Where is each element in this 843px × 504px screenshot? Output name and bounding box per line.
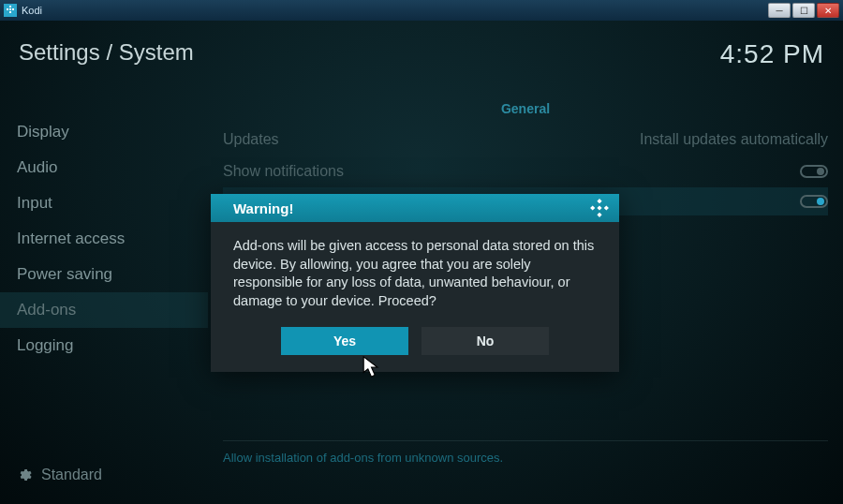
yes-button[interactable]: Yes (281, 327, 408, 355)
svg-rect-2 (9, 8, 11, 10)
svg-rect-9 (604, 205, 609, 210)
minimize-button[interactable]: ─ (768, 3, 791, 18)
warning-dialog: Warning! Add-ons will be given access to… (211, 194, 619, 372)
svg-rect-3 (12, 8, 14, 10)
svg-rect-5 (597, 199, 601, 203)
svg-rect-8 (590, 205, 595, 210)
modal-overlay: Warning! Add-ons will be given access to… (0, 21, 843, 504)
dialog-buttons: Yes No (211, 327, 619, 372)
dialog-header: Warning! (211, 194, 619, 222)
svg-rect-6 (597, 205, 601, 210)
close-button[interactable]: ✕ (817, 3, 839, 18)
no-button[interactable]: No (422, 327, 549, 355)
maximize-button[interactable]: ☐ (792, 3, 815, 18)
window-buttons: ─ ☐ ✕ (766, 3, 839, 18)
app-icon (4, 4, 17, 17)
window-titlebar: Kodi ─ ☐ ✕ (0, 0, 843, 21)
kodi-logo-icon (589, 198, 610, 218)
app-body: Settings / System 4:52 PM Display Audio … (0, 21, 843, 504)
svg-rect-4 (9, 11, 11, 13)
window-title: Kodi (22, 5, 766, 16)
dialog-body: Add-ons will be given access to personal… (211, 222, 619, 327)
svg-rect-1 (7, 8, 8, 10)
dialog-title: Warning! (233, 200, 293, 216)
svg-rect-0 (9, 6, 11, 7)
svg-rect-7 (597, 213, 601, 217)
